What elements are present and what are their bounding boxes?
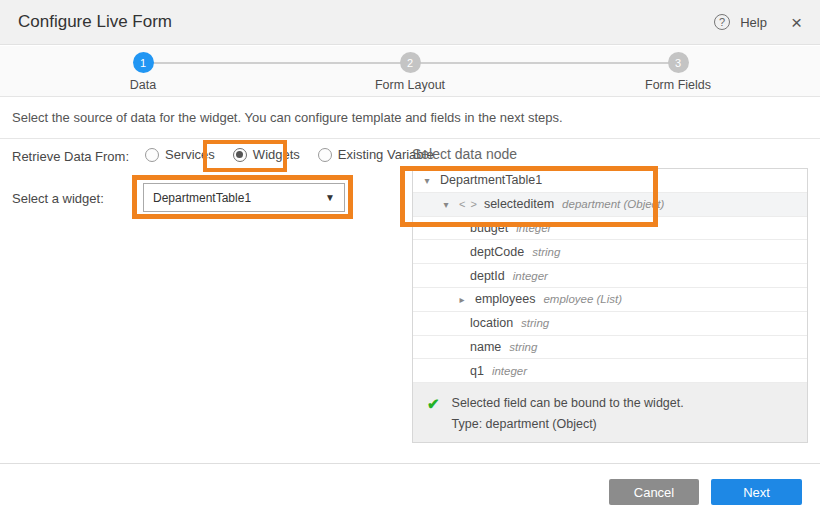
retrieve-data-from-label: Retrieve Data From: (12, 149, 129, 164)
tree-node-location[interactable]: location string (413, 312, 807, 336)
radio-widgets-label: Widgets (253, 147, 300, 162)
help-question-icon[interactable]: ? (714, 14, 730, 30)
step-1-circle: 1 (133, 52, 154, 73)
tree-node-deptid[interactable]: deptId integer (413, 264, 807, 288)
radio-services-label: Services (165, 147, 215, 162)
footer-divider (0, 463, 820, 464)
widget-select-dropdown[interactable]: DepartmentTable1 ▼ (143, 183, 345, 212)
tree-node-employees[interactable]: ▸ employees employee (List) (413, 288, 807, 312)
binding-status-box: ✔ Selected field can be bound to the wid… (413, 383, 807, 442)
caret-down-icon[interactable]: ▾ (421, 175, 433, 186)
data-source-radio-group: Services Widgets Existing Variable (145, 147, 434, 162)
dropdown-caret-icon: ▼ (325, 192, 335, 203)
help-link[interactable]: Help (740, 15, 767, 30)
radio-existing-variable-circle[interactable] (318, 148, 332, 162)
close-icon[interactable]: × (791, 13, 802, 32)
step-1-label: Data (83, 78, 203, 92)
widget-select-value: DepartmentTable1 (153, 191, 251, 205)
tree-node-budget[interactable]: budget integer (413, 217, 807, 241)
code-brackets-icon: < > (459, 198, 478, 210)
step-3-label: Form Fields (618, 78, 738, 92)
section-divider (0, 138, 820, 139)
next-button[interactable]: Next (711, 479, 802, 505)
page-title: Configure Live Form (18, 12, 172, 32)
step-data[interactable]: 1 Data (83, 52, 203, 92)
caret-right-icon[interactable]: ▸ (456, 294, 468, 305)
check-icon: ✔ (427, 395, 440, 442)
radio-services-circle[interactable] (145, 148, 159, 162)
caret-down-icon[interactable]: ▾ (440, 199, 452, 210)
configure-live-form-dialog: Configure Live Form ? Help × 1 Data 2 Fo… (0, 0, 820, 522)
tree-node-selecteditem[interactable]: ▾ < > selecteditem department (Object) (413, 193, 807, 217)
tree-node-name[interactable]: name string (413, 336, 807, 360)
select-a-widget-label: Select a widget: (12, 191, 104, 206)
status-message: Selected field can be bound to the widge… (452, 393, 684, 414)
wizard-stepper: 1 Data 2 Form Layout 3 Form Fields (0, 46, 820, 97)
status-type-info: Type: department (Object) (452, 414, 684, 435)
step-3-circle: 3 (668, 52, 689, 73)
radio-services[interactable]: Services (145, 147, 215, 162)
data-node-tree-panel: ▾ DepartmentTable1 ▾ < > selecteditem de… (412, 168, 808, 443)
step-form-layout[interactable]: 2 Form Layout (350, 52, 470, 92)
step-form-fields[interactable]: 3 Form Fields (618, 52, 738, 92)
tree-node-q1[interactable]: q1 integer (413, 359, 807, 383)
cancel-button[interactable]: Cancel (609, 479, 699, 505)
tree-node-departmenttable1[interactable]: ▾ DepartmentTable1 (413, 169, 807, 193)
select-data-node-title: Select data node (412, 146, 517, 162)
tree-node-deptcode[interactable]: deptCode string (413, 240, 807, 264)
radio-widgets-circle[interactable] (233, 148, 247, 162)
dialog-header: Configure Live Form ? Help × (0, 0, 820, 45)
step-2-label: Form Layout (350, 78, 470, 92)
step-2-circle: 2 (400, 52, 421, 73)
radio-widgets[interactable]: Widgets (233, 147, 300, 162)
instruction-text: Select the source of data for the widget… (12, 110, 802, 125)
